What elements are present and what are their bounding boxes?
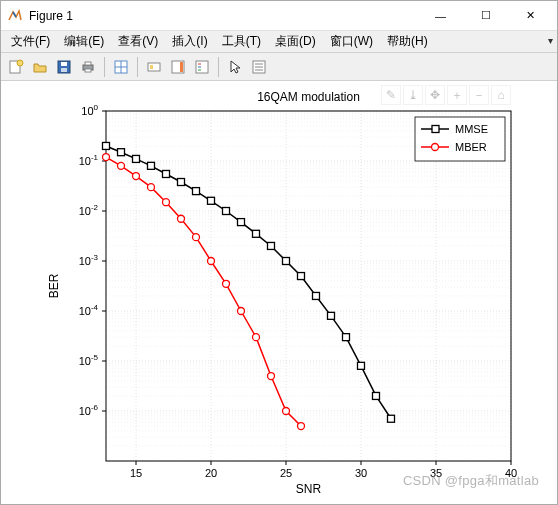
menu-help[interactable]: 帮助(H) [381,31,434,52]
svg-rect-11 [148,63,160,71]
svg-point-162 [432,144,439,151]
svg-rect-131 [223,208,230,215]
menu-file[interactable]: 文件(F) [5,31,56,52]
svg-rect-15 [196,61,208,73]
property-editor-button[interactable] [248,56,270,78]
svg-rect-3 [61,62,67,66]
svg-text:10-5: 10-5 [79,353,99,367]
svg-text:10-2: 10-2 [79,203,99,217]
svg-text:15: 15 [130,467,142,479]
toolbar-separator [104,57,105,77]
insert-legend-button[interactable] [191,56,213,78]
svg-point-146 [148,184,155,191]
svg-rect-7 [85,69,91,72]
svg-point-149 [193,234,200,241]
maximize-glyph: ☐ [481,9,491,22]
svg-rect-124 [118,149,125,156]
data-cursor-button[interactable] [110,56,132,78]
toolbar [1,53,557,81]
minimize-glyph: — [435,10,446,22]
svg-rect-140 [358,362,365,369]
menubar: 文件(F) 编辑(E) 查看(V) 插入(I) 工具(T) 桌面(D) 窗口(W… [1,31,557,53]
print-button[interactable] [77,56,99,78]
insert-legend-icon [194,59,210,75]
chart-svg: 15202530354010010-110-210-310-410-510-6S… [1,81,557,504]
titlebar: Figure 1 — ☐ ✕ [1,1,557,31]
svg-point-147 [163,199,170,206]
pointer-icon [227,59,243,75]
data-cursor-icon [113,59,129,75]
svg-point-155 [283,408,290,415]
svg-rect-126 [148,162,155,169]
link-button[interactable] [143,56,165,78]
menu-edit[interactable]: 编辑(E) [58,31,110,52]
svg-point-143 [103,154,110,161]
svg-rect-129 [193,188,200,195]
svg-text:10-4: 10-4 [79,303,99,317]
insert-colorbar-button[interactable] [167,56,189,78]
svg-rect-6 [85,62,91,65]
toolbar-separator [218,57,219,77]
svg-rect-133 [253,230,260,237]
svg-point-150 [208,258,215,265]
svg-rect-130 [208,197,215,204]
svg-text:100: 100 [81,103,98,117]
save-button[interactable] [53,56,75,78]
svg-text:20: 20 [205,467,217,479]
svg-rect-125 [133,155,140,162]
menu-view[interactable]: 查看(V) [112,31,164,52]
svg-text:25: 25 [280,467,292,479]
svg-point-153 [253,334,260,341]
property-editor-icon [251,59,267,75]
svg-rect-12 [150,65,153,69]
minimize-button[interactable]: — [418,2,463,30]
svg-text:30: 30 [355,467,367,479]
pointer-button[interactable] [224,56,246,78]
svg-text:MBER: MBER [455,141,487,153]
maximize-button[interactable]: ☐ [463,2,508,30]
svg-rect-137 [313,292,320,299]
svg-text:BER: BER [47,273,61,298]
save-icon [56,59,72,75]
svg-rect-128 [178,179,185,186]
svg-point-154 [268,373,275,380]
svg-rect-135 [283,258,290,265]
svg-text:35: 35 [430,467,442,479]
svg-text:MMSE: MMSE [455,123,488,135]
svg-rect-159 [432,126,439,133]
new-figure-icon [8,59,24,75]
svg-text:10-6: 10-6 [79,403,99,417]
menubar-overflow-icon[interactable]: ▾ [548,35,553,46]
svg-text:40: 40 [505,467,517,479]
insert-colorbar-icon [170,59,186,75]
svg-rect-139 [343,334,350,341]
menu-desktop[interactable]: 桌面(D) [269,31,322,52]
matlab-logo-icon [7,8,23,24]
svg-rect-138 [328,312,335,319]
svg-rect-136 [298,273,305,280]
axes[interactable]: ✎ ⤓ ✥ ＋ － ⌂ 15202530354010010-110-210-31… [1,81,557,504]
svg-text:10-3: 10-3 [79,253,99,267]
svg-rect-142 [388,415,395,422]
svg-rect-4 [61,68,67,72]
new-figure-button[interactable] [5,56,27,78]
open-icon [32,59,48,75]
svg-text:SNR: SNR [296,482,322,496]
svg-point-1 [17,60,23,66]
link-icon [146,59,162,75]
toolbar-separator [137,57,138,77]
svg-rect-127 [163,170,170,177]
svg-point-145 [133,173,140,180]
svg-rect-141 [373,392,380,399]
window-title: Figure 1 [29,9,418,23]
menu-window[interactable]: 窗口(W) [324,31,379,52]
svg-rect-123 [103,142,110,149]
menu-insert[interactable]: 插入(I) [166,31,213,52]
menu-tools[interactable]: 工具(T) [216,31,267,52]
svg-text:10-1: 10-1 [79,153,99,167]
svg-rect-134 [268,242,275,249]
close-button[interactable]: ✕ [508,2,553,30]
close-glyph: ✕ [526,9,535,22]
open-button[interactable] [29,56,51,78]
svg-point-148 [178,215,185,222]
